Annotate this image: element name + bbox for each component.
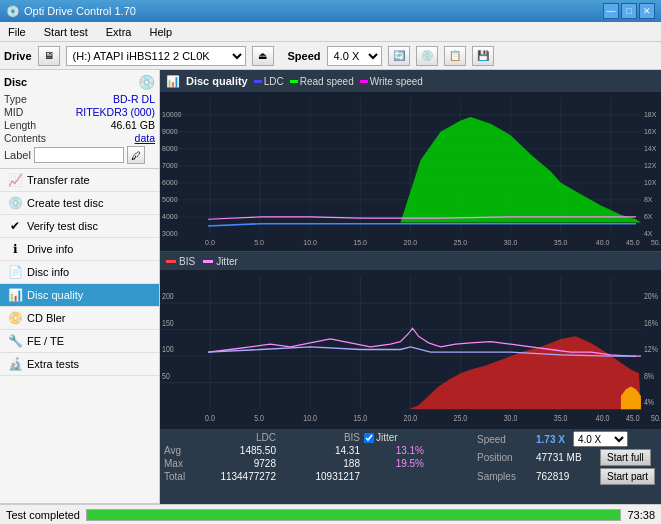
drive-select[interactable]: (H:) ATAPI iHBS112 2 CL0K bbox=[66, 46, 246, 66]
svg-text:9000: 9000 bbox=[162, 127, 178, 137]
start-part-button[interactable]: Start part bbox=[600, 468, 655, 485]
status-text: Test completed bbox=[6, 509, 80, 521]
svg-text:20.0: 20.0 bbox=[403, 413, 417, 423]
drive-bar: Drive 🖥 (H:) ATAPI iHBS112 2 CL0K ⏏ Spee… bbox=[0, 42, 661, 70]
max-ldc: 9728 bbox=[196, 458, 276, 469]
svg-text:50.0 GB: 50.0 GB bbox=[651, 413, 661, 423]
sidebar-item-drive-info[interactable]: ℹ Drive info bbox=[0, 238, 159, 261]
sidebar-item-extra-tests[interactable]: 🔬 Extra tests bbox=[0, 353, 159, 376]
legend-bis-label: BIS bbox=[179, 256, 195, 267]
legend-read-speed-label: Read speed bbox=[300, 76, 354, 87]
stats-header-row: LDC BIS Jitter bbox=[164, 431, 469, 444]
menu-extra[interactable]: Extra bbox=[102, 25, 136, 39]
jitter-checkbox[interactable] bbox=[364, 433, 374, 443]
sidebar-item-disc-quality[interactable]: 📊 Disc quality bbox=[0, 284, 159, 307]
svg-text:10000: 10000 bbox=[162, 110, 181, 120]
disc-panel: Disc 💿 Type BD-R DL MID RITEKDR3 (000) L… bbox=[0, 70, 159, 169]
svg-text:25.0: 25.0 bbox=[454, 238, 468, 248]
svg-text:8%: 8% bbox=[644, 371, 655, 381]
chart-header: 📊 Disc quality LDC Read speed Write spee… bbox=[160, 70, 661, 92]
svg-text:10.0: 10.0 bbox=[303, 413, 317, 423]
total-jitter bbox=[364, 471, 424, 482]
progress-bar bbox=[87, 510, 620, 520]
speed-refresh-button[interactable]: 🔄 bbox=[388, 46, 410, 66]
menu-file[interactable]: File bbox=[4, 25, 30, 39]
drive-btn1[interactable]: 💿 bbox=[416, 46, 438, 66]
svg-text:100: 100 bbox=[162, 344, 174, 354]
max-jitter: 19.5% bbox=[364, 458, 424, 469]
position-stat-value: 47731 MB bbox=[536, 452, 596, 463]
max-bis: 188 bbox=[280, 458, 360, 469]
svg-text:45.0: 45.0 bbox=[626, 413, 640, 423]
svg-text:30.0: 30.0 bbox=[504, 413, 518, 423]
speed-stat-value: 1.73 X bbox=[536, 434, 565, 445]
stats-avg-row: Avg 1485.50 14.31 13.1% bbox=[164, 444, 469, 457]
menu-help[interactable]: Help bbox=[145, 25, 176, 39]
svg-text:5000: 5000 bbox=[162, 195, 178, 205]
legend-ldc: LDC bbox=[254, 76, 284, 87]
stats-empty-header bbox=[164, 432, 192, 443]
drive-label: Drive bbox=[4, 50, 32, 62]
nav-items: 📈 Transfer rate 💿 Create test disc ✔ Ver… bbox=[0, 169, 159, 376]
disc-quality-label: Disc quality bbox=[27, 289, 83, 301]
drive-icon-button[interactable]: 🖥 bbox=[38, 46, 60, 66]
label-input[interactable] bbox=[34, 147, 124, 163]
disc-type-row: Type BD-R DL bbox=[4, 93, 155, 105]
max-label: Max bbox=[164, 458, 192, 469]
lower-chart: 200 150 100 50 20% 16% 12% 8% 4% 0.0 5.0… bbox=[160, 270, 661, 429]
avg-jitter: 13.1% bbox=[364, 445, 424, 456]
minimize-button[interactable]: — bbox=[603, 3, 619, 19]
svg-text:50: 50 bbox=[162, 371, 170, 381]
title-bar: 💿 Opti Drive Control 1.70 — □ ✕ bbox=[0, 0, 661, 22]
svg-text:18X: 18X bbox=[644, 110, 656, 120]
transfer-rate-icon: 📈 bbox=[8, 173, 22, 187]
maximize-button[interactable]: □ bbox=[621, 3, 637, 19]
sidebar-item-disc-info[interactable]: 📄 Disc info bbox=[0, 261, 159, 284]
drive-info-label: Drive info bbox=[27, 243, 73, 255]
sidebar-item-cd-bler[interactable]: 📀 CD Bler bbox=[0, 307, 159, 330]
svg-text:25.0: 25.0 bbox=[454, 413, 468, 423]
chart-icon: 📊 bbox=[166, 75, 180, 88]
disc-info-icon: 📄 bbox=[8, 265, 22, 279]
sidebar-item-transfer-rate[interactable]: 📈 Transfer rate bbox=[0, 169, 159, 192]
menu-start-test[interactable]: Start test bbox=[40, 25, 92, 39]
lower-chart-legend: BIS Jitter bbox=[160, 252, 661, 270]
close-button[interactable]: ✕ bbox=[639, 3, 655, 19]
legend-write-speed: Write speed bbox=[360, 76, 423, 87]
svg-text:12X: 12X bbox=[644, 161, 656, 171]
svg-text:40.0: 40.0 bbox=[596, 413, 610, 423]
drive-btn3[interactable]: 💾 bbox=[472, 46, 494, 66]
disc-title: Disc bbox=[4, 76, 27, 88]
legend-ldc-label: LDC bbox=[264, 76, 284, 87]
svg-text:0.0: 0.0 bbox=[205, 238, 215, 248]
menu-bar: File Start test Extra Help bbox=[0, 22, 661, 42]
contents-value[interactable]: data bbox=[135, 132, 155, 144]
label-set-button[interactable]: 🖊 bbox=[127, 146, 145, 164]
speed-label: Speed bbox=[288, 50, 321, 62]
title-bar-controls[interactable]: — □ ✕ bbox=[603, 3, 655, 19]
legend-jitter-label: Jitter bbox=[216, 256, 238, 267]
svg-text:16X: 16X bbox=[644, 127, 656, 137]
start-full-button[interactable]: Start full bbox=[600, 449, 651, 466]
drive-btn2[interactable]: 📋 bbox=[444, 46, 466, 66]
disc-length-row: Length 46.61 GB bbox=[4, 119, 155, 131]
svg-text:0.0: 0.0 bbox=[205, 413, 215, 423]
avg-bis: 14.31 bbox=[280, 445, 360, 456]
drive-info-icon: ℹ bbox=[8, 242, 22, 256]
svg-text:5.0: 5.0 bbox=[254, 413, 264, 423]
mid-label: MID bbox=[4, 106, 23, 118]
speed-select[interactable]: 4.0 X bbox=[327, 46, 382, 66]
sidebar-item-verify-test-disc[interactable]: ✔ Verify test disc bbox=[0, 215, 159, 238]
speed-stat-select[interactable]: 4.0 X bbox=[573, 431, 628, 447]
svg-text:3000: 3000 bbox=[162, 229, 178, 239]
fe-te-icon: 🔧 bbox=[8, 334, 22, 348]
total-bis: 10931217 bbox=[280, 471, 360, 482]
sidebar-item-fe-te[interactable]: 🔧 FE / TE bbox=[0, 330, 159, 353]
svg-text:45.0: 45.0 bbox=[626, 238, 640, 248]
sidebar-item-create-test-disc[interactable]: 💿 Create test disc bbox=[0, 192, 159, 215]
main-area: Disc 💿 Type BD-R DL MID RITEKDR3 (000) L… bbox=[0, 70, 661, 524]
eject-button[interactable]: ⏏ bbox=[252, 46, 274, 66]
svg-text:50.0 GB: 50.0 GB bbox=[651, 238, 661, 248]
svg-text:15.0: 15.0 bbox=[353, 238, 367, 248]
verify-test-disc-label: Verify test disc bbox=[27, 220, 98, 232]
